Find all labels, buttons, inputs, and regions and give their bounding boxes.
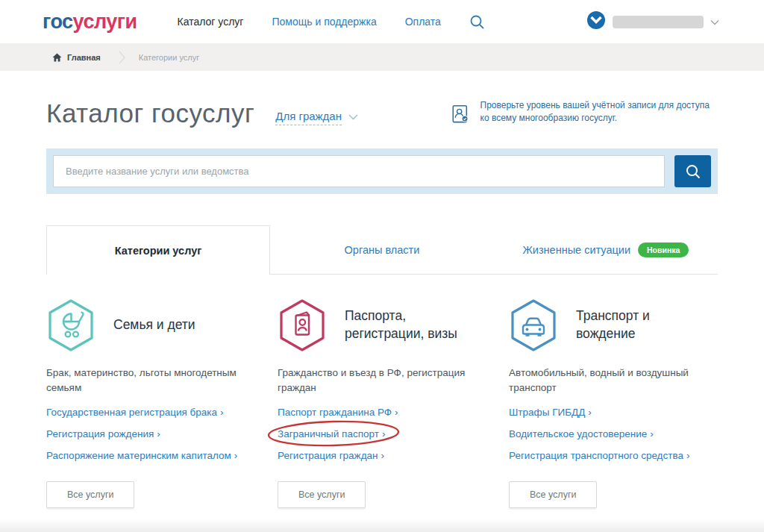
- category-links: Штрафы ГИБДД› Водительское удостоверение…: [509, 405, 718, 463]
- tab-life-situations[interactable]: Жизненные ситуации Новинка: [494, 225, 718, 275]
- breadcrumb-separator-icon: [119, 51, 125, 64]
- link-item: Регистрация транспортного средства›: [509, 448, 718, 463]
- nav-help[interactable]: Помощь и поддержка: [272, 16, 376, 28]
- link-arrow: ›: [588, 407, 592, 418]
- category-transport-header[interactable]: Транспорт и вождение: [509, 298, 718, 352]
- main-nav: Каталог услуг Помощь и поддержка Оплата: [178, 14, 485, 30]
- new-badge: Новинка: [638, 242, 689, 257]
- link-arrow: ›: [395, 407, 398, 418]
- hero-row: Каталог госуслуг Для граждан Проверьте у…: [46, 98, 718, 129]
- account-level-icon: [452, 99, 469, 129]
- link-vehicle-registration[interactable]: Регистрация транспортного средства›: [509, 450, 689, 461]
- link-arrow: ›: [686, 450, 690, 461]
- link-label: Регистрация рождения: [46, 428, 154, 439]
- category-title: Паспорта, регистрации, визы: [345, 307, 479, 342]
- link-arrow: ›: [157, 428, 160, 439]
- category-description: Гражданство и въезд в РФ, регистрация гр…: [278, 366, 486, 395]
- link-label: Государственная регистрация брака: [46, 407, 217, 418]
- link-label: Паспорт гражданина РФ: [278, 407, 392, 418]
- link-label: Регистрация транспортного средства: [509, 450, 683, 461]
- search-icon: [685, 163, 701, 180]
- chevron-down-icon: [348, 114, 358, 120]
- category-family: Семья и дети Брак, материнство, льготы м…: [46, 298, 255, 508]
- category-links: Паспорт гражданина РФ› Заграничный паспо…: [278, 405, 486, 463]
- category-title: Семья и дети: [113, 316, 195, 334]
- category-description: Автомобильный, водный и воздушный трансп…: [509, 366, 718, 395]
- breadcrumb-current: Категории услуг: [139, 53, 199, 62]
- header: госуслуги Каталог услуг Помощь и поддерж…: [0, 0, 764, 43]
- tabs: Категории услуг Органы власти Жизненные …: [46, 225, 718, 275]
- link-item: Водительское удостоверение›: [509, 427, 718, 441]
- nav-payment[interactable]: Оплата: [405, 16, 441, 28]
- tab-label: Органы власти: [345, 244, 420, 256]
- category-passports-header[interactable]: Паспорта, регистрации, визы: [278, 298, 486, 352]
- search-button[interactable]: [674, 155, 711, 187]
- link-maternal-capital[interactable]: Распоряжение материнским капиталом›: [46, 450, 237, 461]
- logo-text-red: услуги: [73, 10, 137, 33]
- logo[interactable]: госуслуги: [43, 10, 137, 34]
- category-links: Государственная регистрация брака› Регис…: [46, 405, 255, 463]
- link-rf-passport[interactable]: Паспорт гражданина РФ›: [278, 407, 398, 418]
- passport-icon: [278, 298, 327, 352]
- all-services-button[interactable]: Все услуги: [46, 481, 134, 508]
- category-passports: Паспорта, регистрации, визы Гражданство …: [278, 298, 486, 508]
- link-foreign-passport[interactable]: Заграничный паспорт›: [278, 428, 385, 439]
- breadcrumb: Главная Категории услуг: [0, 43, 764, 71]
- link-drivers-license[interactable]: Водительское удостоверение›: [509, 428, 654, 439]
- link-item: Паспорт гражданина РФ›: [278, 405, 486, 419]
- gosuslugi-catalog-page: госуслуги Каталог услуг Помощь и поддерж…: [0, 0, 764, 532]
- tab-label: Категории услуг: [115, 245, 202, 257]
- link-arrow: ›: [381, 450, 384, 461]
- all-services-button[interactable]: Все услуги: [278, 481, 366, 508]
- link-label: Регистрация граждан: [278, 450, 378, 461]
- account-notice: Проверьте уровень вашей учётной записи д…: [452, 99, 718, 129]
- link-label: Штрафы ГИБДД: [509, 407, 585, 418]
- tab-categories[interactable]: Категории услуг: [46, 225, 270, 275]
- breadcrumb-home[interactable]: Главная: [52, 53, 101, 62]
- nav-catalog[interactable]: Каталог услуг: [178, 16, 244, 28]
- link-marriage-registration[interactable]: Государственная регистрация брака›: [46, 407, 224, 418]
- category-family-header[interactable]: Семья и дети: [46, 298, 255, 352]
- breadcrumb-home-label: Главная: [67, 53, 101, 62]
- account-notice-text[interactable]: Проверьте уровень вашей учётной записи д…: [480, 99, 718, 125]
- tab-authorities[interactable]: Органы власти: [270, 225, 494, 275]
- link-item: Распоряжение материнским капиталом›: [46, 448, 255, 463]
- search-icon[interactable]: [469, 14, 485, 30]
- link-item: Штрафы ГИБДД›: [509, 405, 718, 419]
- home-icon: [52, 53, 62, 62]
- car-icon: [509, 298, 558, 352]
- link-label: Водительское удостоверение: [509, 428, 647, 439]
- link-citizen-registration[interactable]: Регистрация граждан›: [278, 450, 384, 461]
- logo-text-blue: гос: [43, 10, 73, 33]
- tab-label: Жизненные ситуации: [522, 244, 630, 256]
- category-transport: Транспорт и вождение Автомобильный, водн…: [509, 298, 718, 508]
- stroller-icon: [46, 298, 96, 352]
- categories-grid: Семья и дети Брак, материнство, льготы м…: [46, 298, 718, 508]
- search-section: [46, 148, 718, 194]
- chevron-down-icon: [710, 15, 719, 28]
- link-birth-registration[interactable]: Регистрация рождения›: [46, 428, 160, 439]
- link-traffic-fines[interactable]: Штрафы ГИБДД›: [509, 407, 592, 418]
- link-arrow: ›: [234, 450, 238, 461]
- link-label: Распоряжение материнским капиталом: [46, 450, 231, 461]
- page-bottom-strip: [0, 519, 764, 532]
- user-name-redacted: [613, 16, 704, 28]
- link-arrow: ›: [382, 428, 386, 439]
- link-item: Регистрация рождения›: [46, 427, 255, 441]
- audience-selector[interactable]: Для граждан: [275, 110, 358, 125]
- all-services-button[interactable]: Все услуги: [509, 481, 597, 508]
- link-item: Государственная регистрация брака›: [46, 405, 255, 419]
- user-menu[interactable]: [586, 10, 719, 33]
- main-content: Каталог госуслуг Для граждан Проверьте у…: [46, 98, 718, 508]
- category-description: Брак, материнство, льготы многодетным се…: [46, 366, 255, 395]
- link-item: Заграничный паспорт›: [278, 427, 486, 441]
- category-title: Транспорт и вождение: [576, 307, 710, 342]
- link-arrow: ›: [650, 428, 654, 439]
- link-item: Регистрация граждан›: [278, 448, 486, 463]
- link-label: Заграничный паспорт: [278, 428, 379, 439]
- link-arrow: ›: [220, 407, 224, 418]
- audience-selector-label: Для граждан: [275, 110, 342, 125]
- search-input[interactable]: [53, 155, 665, 187]
- user-avatar-icon: [586, 10, 606, 33]
- page-title: Каталог госуслуг: [46, 98, 254, 128]
